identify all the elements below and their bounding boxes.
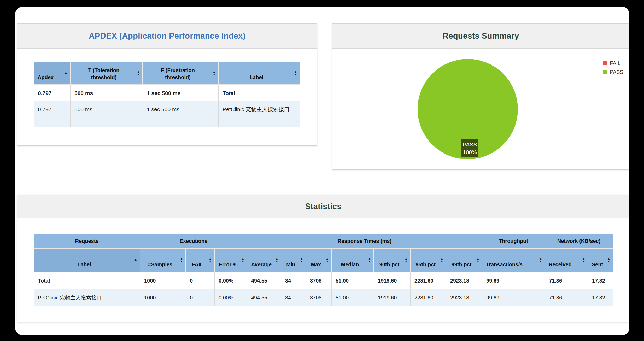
sort-ascending-icon: ▲ (64, 70, 68, 75)
table-cell: 3708 (306, 289, 332, 306)
apdex-panel: APDEX (Application Performance Index) Ap… (17, 23, 317, 146)
column-header-samples[interactable]: #Samples ▲▼ (140, 249, 186, 272)
pass-swatch-icon (602, 69, 608, 75)
table-cell: 51.00 (332, 272, 374, 289)
column-header-average[interactable]: Average ▲▼ (247, 249, 281, 272)
statistics-group-header-row: Requests Executions Response Times (ms) … (34, 234, 613, 249)
column-header-toleration[interactable]: T (Toleration threshold) ▲▼ (71, 62, 143, 85)
table-cell: 34 (281, 272, 306, 289)
table-cell: 1000 (140, 272, 186, 289)
table-cell: 0.00% (215, 272, 247, 289)
requests-summary-header: Requests Summary (332, 24, 629, 49)
sort-icon: ▲▼ (180, 257, 183, 263)
statistics-column-header-row: Label ▲ #Samples ▲▼ FAIL ▲▼ Error % (34, 249, 613, 272)
column-header-max[interactable]: Max ▲▼ (306, 249, 332, 272)
sort-icon: ▲▼ (294, 70, 297, 76)
sort-icon: ▲▼ (476, 257, 479, 263)
legend-item-pass[interactable]: PASS (602, 68, 623, 77)
pie-data-label: PASS 100% (461, 139, 478, 157)
group-header-network: Network (KB/sec) (545, 234, 613, 249)
pie-label-value: 100% (463, 148, 478, 156)
group-header-executions: Executions (140, 234, 247, 249)
table-cell: Total (219, 85, 300, 101)
group-header-requests: Requests (34, 234, 140, 249)
fail-swatch-icon (602, 60, 608, 66)
column-header-apdex[interactable]: Apdex ▲ (34, 62, 71, 85)
column-header-min[interactable]: Min ▲▼ (281, 249, 306, 272)
requests-summary-panel: Requests Summary PASS 100% FAIL PASS (332, 23, 629, 170)
table-cell: 2923.18 (446, 289, 482, 306)
apdex-panel-header: APDEX (Application Performance Index) (17, 24, 317, 49)
table-cell: 0.797 (34, 85, 71, 101)
table-cell: 1919.60 (374, 289, 411, 306)
table-cell: 0.00% (215, 289, 247, 306)
table-cell: 494.55 (247, 272, 281, 289)
sort-icon: ▲▼ (300, 257, 303, 263)
table-cell: 494.55 (247, 289, 281, 306)
sort-icon: ▲▼ (607, 257, 610, 263)
table-cell: 1 sec 500 ms (143, 101, 219, 127)
sort-icon: ▲▼ (582, 257, 585, 263)
table-cell: 71.36 (545, 272, 588, 289)
column-header-label[interactable]: Label ▲▼ (219, 62, 300, 85)
pie-label-series: PASS (463, 141, 478, 148)
table-cell: PetClinic 宠物主人搜索接口 (34, 289, 140, 306)
sort-icon: ▲▼ (275, 257, 278, 263)
table-cell: 34 (281, 289, 306, 306)
table-cell: 2281.60 (411, 289, 446, 306)
table-cell: PetClinic 宠物主人搜索接口 (219, 101, 300, 127)
table-cell: 2281.60 (411, 272, 446, 289)
column-header-95th-pct[interactable]: 95th pct ▲▼ (411, 249, 446, 272)
table-cell: Total (34, 272, 140, 289)
table-cell: 0 (186, 289, 215, 306)
table-cell: 500 ms (71, 85, 143, 101)
sort-icon: ▲▼ (137, 70, 140, 76)
table-cell: 1919.60 (374, 272, 411, 289)
column-header-transactions[interactable]: Transactions/s ▲▼ (482, 249, 545, 272)
column-header-fail[interactable]: FAIL ▲▼ (186, 249, 215, 272)
column-header-sent[interactable]: Sent ▲▼ (588, 249, 613, 272)
table-cell: 1 sec 500 ms (143, 85, 219, 101)
table-cell: 99.69 (482, 289, 545, 306)
table-cell: 0 (186, 272, 215, 289)
table-cell: 17.82 (588, 289, 613, 306)
sort-icon: ▲▼ (213, 70, 216, 76)
legend-item-fail[interactable]: FAIL (602, 59, 623, 68)
screenshot-frame: APDEX (Application Performance Index) Ap… (0, 0, 644, 341)
apdex-row-petclinic: 0.797 500 ms 1 sec 500 ms PetClinic 宠物主人… (34, 101, 300, 127)
table-cell: 17.82 (588, 272, 613, 289)
table-cell: 2923.18 (446, 272, 482, 289)
statistics-table: Requests Executions Response Times (ms) … (34, 234, 613, 306)
apdex-row-total: 0.797 500 ms 1 sec 500 ms Total (34, 85, 300, 101)
pie-legend: FAIL PASS (602, 59, 623, 77)
apdex-table: Apdex ▲ T (Toleration threshold) ▲▼ F (F… (34, 62, 300, 127)
group-header-response-times: Response Times (ms) (247, 234, 482, 249)
column-header-median[interactable]: Median ▲▼ (332, 249, 374, 272)
group-header-throughput: Throughput (482, 234, 545, 249)
column-header-frustration[interactable]: F (Frustration threshold) ▲▼ (143, 62, 219, 85)
column-header-received[interactable]: Received ▲▼ (545, 249, 588, 272)
table-cell: 500 ms (71, 101, 143, 127)
sort-icon: ▲▼ (405, 257, 408, 263)
sort-ascending-icon: ▲ (134, 257, 137, 262)
column-header-90th-pct[interactable]: 90th pct ▲▼ (374, 249, 411, 272)
sort-icon: ▲▼ (440, 257, 443, 263)
table-cell: 3708 (306, 272, 332, 289)
sort-icon: ▲▼ (368, 257, 371, 263)
statistics-panel: Statistics Requests Executions Response … (17, 195, 629, 322)
dashboard-page: APDEX (Application Performance Index) Ap… (15, 7, 629, 335)
stats-row-petclinic: PetClinic 宠物主人搜索接口 1000 0 0.00% 494.55 3… (34, 289, 613, 306)
statistics-panel-header: Statistics (17, 195, 629, 218)
apdex-title: APDEX (Application Performance Index) (89, 31, 245, 41)
table-cell: 99.69 (482, 272, 545, 289)
table-cell: 0.797 (34, 101, 71, 127)
sort-icon: ▲▼ (326, 257, 329, 263)
column-header-label[interactable]: Label ▲ (34, 249, 140, 272)
column-header-error-pct[interactable]: Error % ▲▼ (215, 249, 247, 272)
sort-icon: ▲▼ (539, 257, 542, 263)
table-cell: 1000 (140, 289, 186, 306)
requests-summary-title: Requests Summary (443, 31, 519, 41)
column-header-99th-pct[interactable]: 99th pct ▲▼ (446, 249, 482, 272)
apdex-header-row: Apdex ▲ T (Toleration threshold) ▲▼ F (F… (34, 62, 300, 85)
statistics-title: Statistics (305, 202, 342, 211)
